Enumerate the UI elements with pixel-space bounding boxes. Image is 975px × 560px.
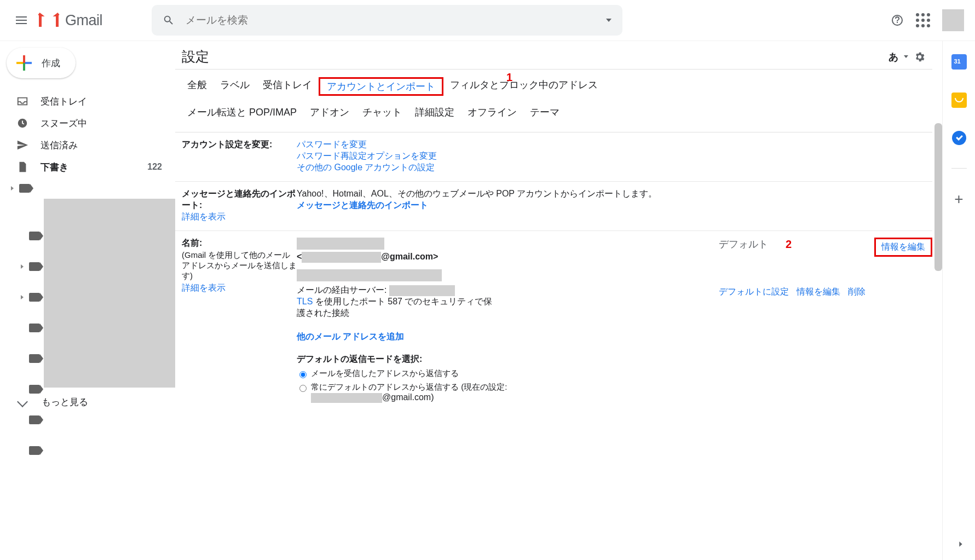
label-icon (29, 446, 40, 455)
section-import: メッセージと連絡先のインポート: 詳細を表示 Yahoo!、Hotmail、AO… (175, 181, 932, 230)
reply-option-default[interactable]: 常にデフォルトのアドレスから返信する (現在の設定: (297, 382, 719, 392)
name-detail-link[interactable]: 詳細を表示 (182, 282, 226, 294)
link-delete-address[interactable]: 削除 (848, 286, 866, 298)
nav-label-9[interactable] (21, 440, 40, 461)
plus-icon (16, 55, 32, 71)
reply-radio-default[interactable] (299, 385, 307, 392)
reply-mode-title: デフォルトの返信モードを選択: (297, 354, 719, 365)
section-send-as: 名前: (Gmail を使用して他のメール アドレスからメールを送信します) 詳… (175, 230, 932, 403)
sent-icon (16, 139, 28, 151)
main-menu-button[interactable] (8, 7, 34, 33)
reply-radio-received[interactable] (299, 371, 307, 378)
gmail-logo[interactable]: Gmail (37, 10, 102, 31)
annotation-1: 1 (506, 71, 512, 84)
expand-triangle-icon (21, 295, 24, 299)
default-reply-user-redacted (311, 393, 382, 403)
gmail-m-icon (37, 10, 61, 31)
edit-info-button-primary[interactable]: 情報を編集 (874, 238, 932, 257)
default-badge: デフォルト (719, 238, 768, 251)
reply-option-received[interactable]: メールを受信したアドレスから返信する (297, 368, 719, 379)
compose-label: 作成 (42, 57, 60, 70)
link-add-another-address[interactable]: 他のメール アドレスを追加 (297, 332, 404, 341)
nav-label-7[interactable] (21, 379, 40, 400)
dropdown-triangle-icon (904, 55, 908, 58)
alt-name-redacted (297, 269, 442, 281)
name-title: 名前: (182, 238, 202, 247)
nav-label-3[interactable] (21, 256, 40, 277)
email-open-bracket: < (297, 252, 302, 261)
change-account-title: アカウント設定を変更: (182, 140, 272, 149)
tab-labels[interactable]: ラベル (214, 77, 256, 96)
header-actions (891, 9, 964, 31)
via-server-redacted (389, 285, 455, 296)
link-change-password[interactable]: パスワードを変更 (297, 140, 367, 149)
compose-button[interactable]: 作成 (7, 48, 76, 78)
get-addons-icon[interactable]: + (954, 192, 963, 207)
file-icon (16, 161, 28, 173)
label-icon (29, 262, 40, 271)
gmail-wordmark: Gmail (65, 12, 102, 29)
tls-link[interactable]: TLS (297, 297, 313, 306)
nav-snoozed[interactable]: スヌーズ中 (0, 112, 175, 134)
link-change-recovery[interactable]: パスワード再設定オプションを変更 (297, 151, 437, 160)
scrollbar-thumb[interactable] (934, 123, 942, 271)
tab-chat[interactable]: チャット (356, 105, 408, 120)
label-icon (29, 354, 40, 363)
calendar-addon-icon[interactable] (951, 54, 967, 70)
annotation-2: 2 (786, 238, 792, 251)
google-apps-icon[interactable] (916, 13, 930, 27)
label-icon (29, 385, 40, 394)
support-icon[interactable] (891, 14, 904, 27)
tab-general[interactable]: 全般 (181, 77, 214, 96)
label-icon (29, 232, 40, 240)
link-set-default[interactable]: デフォルトに設定 (719, 286, 789, 298)
nav-inbox[interactable]: 受信トレイ (0, 90, 175, 112)
tab-inbox[interactable]: 受信トレイ (256, 77, 319, 96)
account-avatar[interactable] (942, 9, 964, 31)
main-content: 設定 あ 1 全般 ラベル 受信トレイ アカウントとインポート フィルタとブロッ… (175, 41, 942, 560)
side-panel-toggle[interactable] (956, 540, 965, 550)
gear-icon[interactable] (914, 51, 926, 63)
nav-label-2[interactable] (21, 226, 40, 246)
rail-separator (951, 168, 967, 169)
import-description: Yahoo!、Hotmail、AOL、その他のウェブメールや POP アカウント… (297, 188, 932, 200)
nav-label-1[interactable] (0, 178, 175, 199)
expand-triangle-icon (11, 186, 14, 190)
search-icon (163, 14, 175, 26)
nav-drafts[interactable]: 下書き 122 (0, 156, 175, 178)
import-detail-link[interactable]: 詳細を表示 (182, 212, 226, 221)
expand-triangle-icon (21, 264, 24, 269)
nav-label-5[interactable] (21, 317, 40, 338)
tab-filters[interactable]: フィルタとブロック中のアドレス (443, 77, 604, 96)
nav-sent[interactable]: 送信済み (0, 134, 175, 156)
display-name-redacted (297, 238, 384, 250)
tab-forwarding[interactable]: メール転送と POP/IMAP (181, 105, 303, 120)
settings-tabs: 全般 ラベル 受信トレイ アカウントとインポート フィルタとブロック中のアドレス… (175, 69, 932, 132)
svg-rect-0 (42, 16, 56, 27)
nav-label-8[interactable] (21, 409, 40, 430)
via-server-label: メールの経由サーバー: (297, 285, 386, 295)
header: Gmail (0, 0, 975, 41)
input-method-indicator[interactable]: あ (889, 50, 898, 63)
email-user-redacted (302, 252, 381, 263)
nav-label-6[interactable] (21, 348, 40, 369)
tab-advanced[interactable]: 詳細設定 (408, 105, 461, 120)
tls-text: を使用したポート 587 でのセキュリティで保護された接続 (297, 297, 492, 317)
tab-accounts-import[interactable]: アカウントとインポート (319, 77, 443, 96)
edit-info-button-secondary[interactable]: 情報を編集 (797, 286, 840, 298)
tasks-addon-icon[interactable] (952, 131, 966, 145)
nav-label-4[interactable] (21, 287, 40, 308)
tab-offline[interactable]: オフライン (461, 105, 523, 120)
tab-themes[interactable]: テーマ (523, 105, 566, 120)
email-domain: @gmail.com> (381, 252, 438, 261)
search-input[interactable] (184, 14, 606, 27)
hamburger-icon (16, 20, 27, 21)
link-import-messages[interactable]: メッセージと連絡先のインポート (297, 200, 428, 210)
label-icon (19, 184, 30, 193)
import-title: メッセージと連絡先のインポート: (182, 189, 296, 210)
search-options-dropdown-icon[interactable] (606, 19, 611, 22)
tab-addons[interactable]: アドオン (303, 105, 356, 120)
keep-addon-icon[interactable] (951, 93, 967, 108)
search-bar[interactable] (152, 5, 622, 36)
link-other-google-settings[interactable]: その他の Google アカウントの設定 (297, 163, 435, 172)
